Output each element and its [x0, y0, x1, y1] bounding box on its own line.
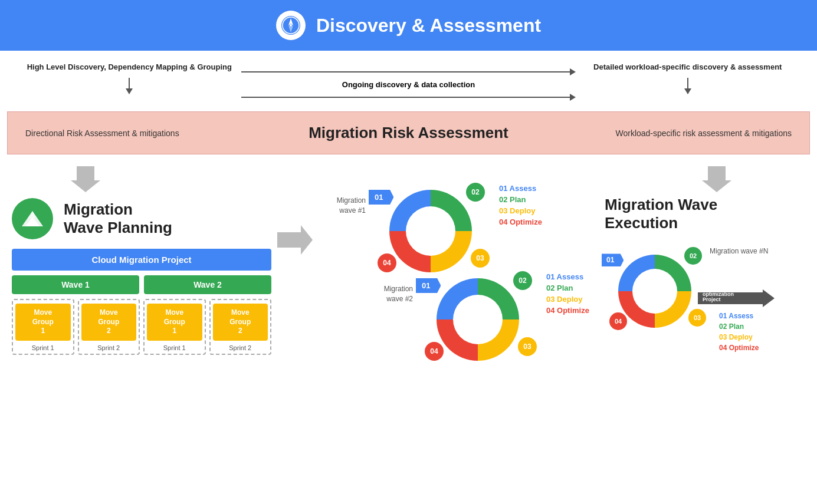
phase-optimize-w1: 04 Optimize — [499, 218, 542, 226]
discovery-left: High Level Discovery, Dependency Mapping… — [18, 61, 241, 94]
migration-planning: MigrationWave Planning Cloud Migration P… — [12, 198, 271, 355]
sprint-label-4: Sprint 2 — [229, 344, 251, 351]
phase-assess-w1: 01 Assess — [499, 184, 542, 193]
project-opt-arrow: Project optimization — [698, 289, 775, 307]
section-arrow — [277, 225, 313, 255]
badge-03-wave2: 03 — [518, 337, 537, 356]
phase-labels-wave1: 01 Assess 02 Plan 03 Deploy 04 Optimize — [499, 184, 542, 226]
phase-assess-wN: 01 Assess — [719, 312, 775, 320]
phase-deploy-w1: 03 Deploy — [499, 206, 542, 215]
phase-plan-w2: 02 Plan — [546, 284, 589, 292]
sprint-label-3: Sprint 1 — [163, 344, 186, 351]
badge-02-wave1: 02 — [466, 183, 485, 202]
planning-title: MigrationWave Planning — [64, 200, 172, 237]
badge-04-wave1: 04 — [378, 253, 396, 272]
wave1-group1: MoveGroup1 Sprint 1 — [12, 299, 74, 355]
wave2-donut: 01 02 03 04 — [419, 266, 537, 373]
waveN-right-panel: Migration wave #N Project optimization 0… — [710, 246, 775, 352]
cloud-proj-bar: Cloud Migration Project — [12, 249, 271, 271]
move-groups-row: MoveGroup1 Sprint 1 MoveGroup2 Sprint 2 … — [12, 299, 271, 355]
banner-01-waveN: 01 — [602, 253, 624, 266]
mg-wave1-2: MoveGroup2 — [81, 304, 137, 341]
discovery-right: Detailed workload-specific discovery & a… — [576, 61, 799, 94]
phase-optimize-wN: 04 Optimize — [719, 344, 775, 352]
phase-plan-w1: 02 Plan — [499, 195, 542, 204]
main-content: MigrationWave Planning Cloud Migration P… — [0, 154, 817, 378]
planning-header: MigrationWave Planning — [12, 198, 271, 239]
mg-wave1-1: MoveGroup1 — [15, 304, 71, 341]
risk-left: Directional Risk Assessment & mitigation… — [25, 129, 277, 138]
svg-point-4 — [290, 24, 292, 27]
header-bar: Discovery & Assessment — [0, 0, 817, 51]
svg-text:Project: Project — [703, 297, 721, 302]
sprint-label-1: Sprint 1 — [32, 344, 54, 351]
svg-marker-5 — [71, 166, 100, 192]
wave-2-bar: Wave 2 — [144, 275, 271, 294]
badge-02-wave2: 02 — [513, 271, 532, 290]
svg-point-13 — [632, 269, 677, 314]
svg-point-10 — [406, 206, 455, 256]
down-arrow-right — [702, 166, 731, 192]
discovery-arrow-center: Ongoing discovery & data collection — [241, 61, 576, 101]
waveN-donut: 01 02 03 04 — [605, 244, 705, 338]
phase-labels-waveN: 01 Assess 02 Plan 03 Deploy 04 Optimize — [719, 312, 775, 352]
waves-row: Wave 1 Wave 2 — [12, 275, 271, 294]
wave2-label: Migrationwave #2 — [366, 284, 413, 304]
svg-text:optimization: optimization — [703, 291, 734, 297]
execution-section: Migration WaveExecution 01 02 03 04 Migr… — [593, 166, 805, 352]
wave-1-bar: Wave 1 — [12, 275, 139, 294]
svg-point-11 — [453, 295, 503, 344]
banner-01-wave1: 01 — [369, 190, 393, 205]
svg-marker-12 — [702, 166, 731, 192]
mg-wave2-2: MoveGroup2 — [213, 304, 268, 341]
svg-marker-9 — [277, 225, 313, 255]
sprint-label-2: Sprint 2 — [97, 344, 120, 351]
discovery-row: High Level Discovery, Dependency Mapping… — [0, 51, 817, 111]
risk-right: Workload-specific risk assessment & miti… — [540, 129, 792, 138]
svg-marker-8 — [29, 211, 36, 218]
mg-wave2-1: MoveGroup1 — [147, 304, 202, 341]
down-arrow-left — [71, 166, 100, 192]
wave1-group2: MoveGroup2 Sprint 2 — [78, 299, 140, 355]
compass-icon — [276, 11, 306, 40]
waves-diagram: Migrationwave #1 01 02 03 — [319, 178, 593, 373]
header-title: Discovery & Assessment — [316, 15, 541, 37]
mountain-icon — [12, 198, 53, 239]
banner-01-wave2: 01 — [416, 278, 441, 293]
phase-labels-wave2: 01 Assess 02 Plan 03 Deploy 04 Optimize — [546, 272, 589, 315]
phase-plan-wN: 02 Plan — [719, 322, 775, 331]
badge-04-wave2: 04 — [425, 342, 444, 361]
phase-optimize-w2: 04 Optimize — [546, 306, 589, 315]
execution-title: Migration WaveExecution — [605, 196, 717, 232]
wave1-label: Migrationwave #1 — [319, 196, 366, 216]
wave2-group1: MoveGroup1 Sprint 1 — [143, 299, 206, 355]
phase-deploy-wN: 03 Deploy — [719, 333, 775, 341]
phase-assess-w2: 01 Assess — [546, 272, 589, 281]
wave2-group2: MoveGroup2 Sprint 2 — [209, 299, 272, 355]
badge-03-wave1: 03 — [471, 249, 490, 268]
phase-deploy-w2: 03 Deploy — [546, 295, 589, 304]
risk-center: Migration Risk Assessment — [283, 124, 534, 142]
waveN-label: Migration wave #N — [710, 246, 775, 256]
risk-band: Directional Risk Assessment & mitigation… — [7, 111, 810, 154]
